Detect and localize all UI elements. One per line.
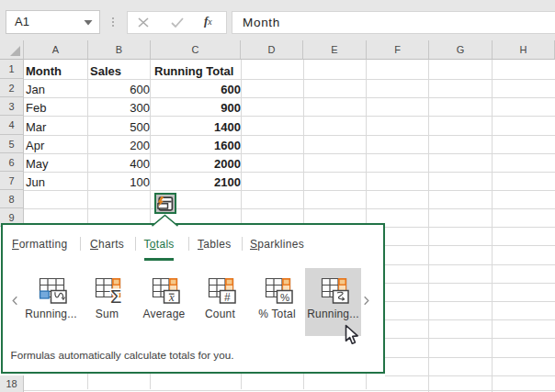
svg-text:#: # (224, 291, 231, 304)
svg-text:Σ: Σ (110, 286, 121, 307)
svg-text:x: x (168, 290, 175, 304)
svg-text:%: % (280, 292, 289, 303)
